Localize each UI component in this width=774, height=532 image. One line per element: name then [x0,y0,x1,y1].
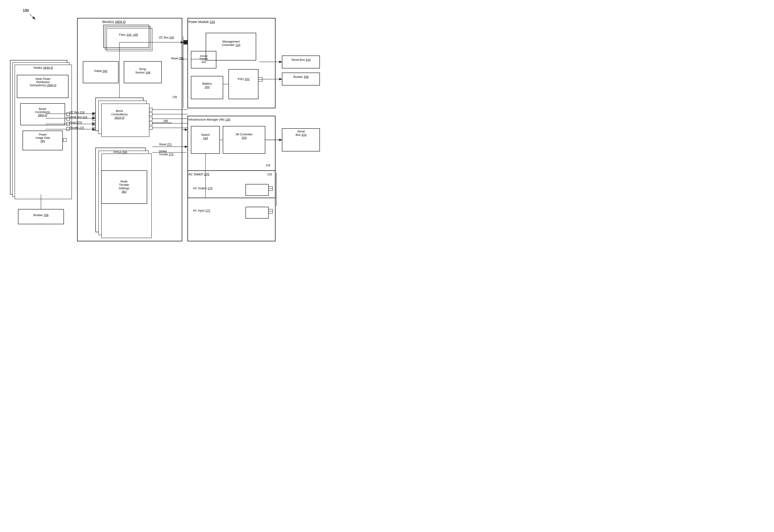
svg-rect-49 [66,127,70,131]
svg-rect-39 [268,209,273,213]
pwm-label: PWM 240 [84,69,118,73]
i2c-bus-top-label: I2C Bus 218 [159,36,174,39]
reset-271-label: Reset 271 [159,143,172,146]
block-ctrl-label: BlockController(s)162A-D [97,109,142,119]
psu-label: PSU 152 [229,77,258,81]
svg-rect-32 [223,126,265,154]
svg-rect-56 [149,117,152,120]
svg-rect-38 [246,207,268,218]
reset-270-label: Reset 270 [69,121,82,124]
board-ctrl-label: BoardController(s)280A-D [21,107,64,117]
mgmt-ctrl-label: ManagementController 110 [207,40,255,47]
serial-bus-im-label: SerialBus 214 [283,130,319,136]
svg-rect-33 [191,126,220,154]
im-ctrl-label: IM Controller224 [224,133,265,139]
svg-rect-40 [184,40,188,44]
svg-rect-58 [149,126,152,129]
busbar-pm-label: Busbar 156 [283,75,319,78]
svg-rect-31 [188,116,275,198]
battery-label: Battery153 [192,82,222,89]
svg-rect-35 [188,171,275,241]
svg-rect-4 [104,25,149,48]
svg-rect-46 [66,113,70,116]
ref-268-label: 268 [163,119,168,123]
ac-input-label: AC Input 172 [193,209,210,212]
ref-label: 100 [23,9,29,13]
reset-269-label: Reset 269 [171,57,184,60]
svg-rect-54 [149,108,152,111]
svg-rect-53 [92,127,96,131]
busbar-bottom-label: Busbar 156 [19,213,63,217]
temp-sensor-label: Temp.Sensor 144 [125,67,161,74]
svg-rect-29 [282,56,320,68]
node-power-label: Node PowerDistributionSubsystem(s) 250A-… [18,77,68,87]
svg-line-2 [30,14,35,19]
ref-218-lower-label: 218 [267,173,272,176]
ac-switch-label: AC Switch 170 [188,172,209,176]
svg-rect-57 [149,122,152,125]
blocks-label: Block(s) 160A-D [102,20,126,24]
svg-rect-23 [188,18,275,108]
ac-output-label: AC Output 174 [193,187,212,190]
svg-rect-50 [92,113,96,116]
fpga-label: FPGA 260 [96,151,144,154]
svg-rect-3 [77,18,182,241]
diagram: 100 [0,0,387,266]
svg-rect-55 [149,113,152,116]
ref-216-label: 216 [266,164,270,167]
fans-label: Fans 142, 145 [107,33,150,36]
nodes-label: Nodes 164A-D [15,66,71,69]
svg-rect-51 [92,117,96,120]
global-throttle-pm-label: GlobalThrottle272 [192,55,216,63]
svg-rect-30 [282,73,320,85]
svg-rect-48 [66,122,70,126]
svg-rect-52 [92,122,96,126]
svg-rect-27 [229,69,258,99]
throttle-274-label: Throttle 274 [69,126,84,129]
svg-rect-28 [258,77,262,81]
node-throttle-label: NodeThrottleSettings262 [102,180,146,193]
svg-rect-14 [101,154,152,238]
serial-bus-pm-label: Serial Bus 214 [283,58,319,61]
serial-bus-left-label: Serial Bus 214 [69,116,87,119]
svg-rect-5 [105,27,151,49]
svg-rect-36 [246,184,268,196]
svg-rect-47 [66,117,70,120]
power-usage-label: PowerUsage Data281 [23,133,62,143]
power-module-label: Power Module 210 [188,20,215,24]
switch-label: Switch134 [192,133,219,140]
svg-rect-6 [107,28,152,51]
svg-rect-37 [268,187,273,191]
global-throttle-273-label: GlobalThrottle 273 [159,150,173,156]
i2c-bus-left-label: I2C Bus 218 [69,111,84,114]
ref-226-label: 226 [172,96,177,99]
svg-rect-84 [63,138,66,141]
svg-rect-11 [101,104,149,137]
im-label: Infrastructure Manager (IM) 130 [188,118,230,121]
